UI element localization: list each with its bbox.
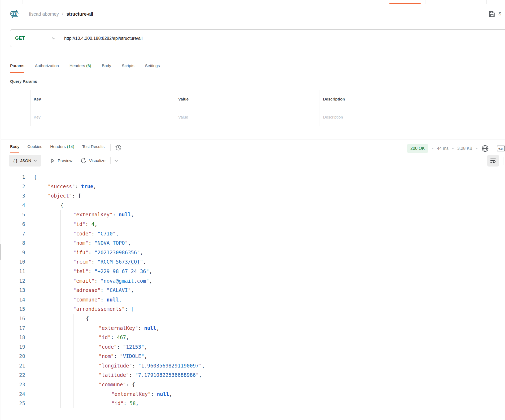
http-request-icon: HTTP <box>10 10 19 18</box>
tab-authorization[interactable]: Authorization <box>35 63 59 73</box>
line-number: 25 <box>1 399 25 408</box>
request-tabs: ParamsAuthorizationHeaders (6)BodyScript… <box>1 63 505 73</box>
query-params-header-row: Key Value Description <box>10 90 505 108</box>
response-tab-body[interactable]: Body <box>10 144 19 153</box>
line-number: 19 <box>1 342 25 352</box>
indent-guide <box>48 257 60 267</box>
code-line: 1{ <box>1 172 505 182</box>
network-globe-button[interactable] <box>481 145 489 152</box>
code-tokens: "ifu": "2021230986356", <box>73 248 143 257</box>
token-str: "+229 98 67 24 36" <box>94 268 149 274</box>
method-selector[interactable]: GET <box>10 30 60 47</box>
token-punc: : <box>85 221 92 227</box>
workspace-tab-strip[interactable] <box>1 0 505 4</box>
response-size[interactable]: 3.28 KB <box>457 146 472 151</box>
tab-headers[interactable]: Headers (6) <box>69 63 91 73</box>
response-tab-test-results[interactable]: Test Results <box>82 144 105 153</box>
param-description-input[interactable] <box>323 115 496 119</box>
line-number: 6 <box>1 220 25 229</box>
indent-guide <box>35 361 48 371</box>
token-punc: , <box>149 278 152 284</box>
indent-guide <box>73 333 86 342</box>
code-line: 16{ <box>1 314 505 323</box>
breadcrumb-collection[interactable]: fiscad abomey <box>29 11 59 17</box>
indent-guide <box>60 229 73 239</box>
status-badge[interactable]: 200 OK <box>407 144 428 153</box>
token-punc: , <box>136 400 139 406</box>
token-key: "adresse" <box>73 287 101 293</box>
response-history-button[interactable] <box>115 144 122 151</box>
wrap-text-button[interactable] <box>487 155 499 167</box>
indent-guide <box>99 390 111 399</box>
method-label: GET <box>15 36 25 41</box>
wrap-text-icon <box>490 158 496 164</box>
indent-guide <box>86 333 99 342</box>
indent-guide <box>60 361 73 371</box>
response-tab-headers[interactable]: Headers (14) <box>50 144 74 153</box>
key-column-header: Key <box>31 90 175 108</box>
code-tokens: "id": 467, <box>99 333 129 342</box>
indent-guide <box>48 323 60 333</box>
token-key: "externalKey" <box>99 325 138 331</box>
response-time[interactable]: 44 ms <box>437 146 449 151</box>
divider <box>503 157 503 165</box>
token-punc: : <box>124 400 130 406</box>
indent-guide <box>35 304 48 314</box>
token-key: "object" <box>48 193 72 199</box>
visualize-button[interactable]: Visualize <box>80 158 106 164</box>
line-number: 14 <box>1 295 25 305</box>
indent-guide <box>48 333 60 342</box>
indent-guide <box>35 191 48 201</box>
token-punc: , <box>131 212 134 217</box>
url-input[interactable] <box>60 30 505 47</box>
tab-params[interactable]: Params <box>10 63 24 73</box>
indent-guide <box>86 370 99 380</box>
token-key: "ifu" <box>73 250 88 255</box>
param-key-input[interactable] <box>34 115 168 119</box>
indent-guide <box>48 352 60 361</box>
tab-settings[interactable]: Settings <box>145 63 160 73</box>
indent-guide <box>35 210 48 220</box>
save-button[interactable]: S <box>488 11 501 18</box>
format-label: JSON <box>20 158 31 163</box>
example-button[interactable]: e.g. <box>497 146 505 151</box>
indent-guide <box>35 352 48 361</box>
code-tokens: { <box>60 201 63 210</box>
code-line: 2"success": true, <box>1 182 505 191</box>
code-tokens: "id": 58, <box>111 399 139 408</box>
line-number: 23 <box>1 380 25 390</box>
request-header: HTTP fiscad abomey / structure-all S <box>1 4 505 20</box>
response-tab-cookies[interactable]: Cookies <box>27 144 42 153</box>
tab-separator <box>486 0 487 4</box>
breadcrumb-request-name[interactable]: structure-all <box>67 11 93 17</box>
indent-guide <box>35 267 48 276</box>
format-select[interactable]: {} JSON <box>9 155 41 167</box>
token-key: "rccm" <box>73 259 92 265</box>
indent-guide <box>48 229 60 239</box>
indent-guide <box>73 314 86 323</box>
token-punc: : <box>113 212 119 217</box>
line-number: 7 <box>1 229 25 239</box>
sidebar-drag-handle[interactable] <box>0 244 1 260</box>
code-line: 15"arrondissements": [ <box>1 304 505 314</box>
preview-button[interactable]: Preview <box>50 158 72 164</box>
code-tokens: "externalKey": null, <box>99 323 159 333</box>
line-number: 15 <box>1 304 25 314</box>
tab-scripts[interactable]: Scripts <box>122 63 134 73</box>
token-str: "1.96035698291190097" <box>138 363 202 369</box>
magic-wand-icon <box>80 158 87 164</box>
param-value-input[interactable] <box>178 115 312 119</box>
code-line: 8"nom": "NOVA TOPO", <box>1 238 505 248</box>
svg-text:HTTP: HTTP <box>10 12 18 16</box>
indent-guide <box>35 229 48 239</box>
token-punc: , <box>116 231 119 237</box>
code-line: 11"tel": "+229 98 67 24 36", <box>1 267 505 276</box>
row-select-cell[interactable] <box>10 108 31 126</box>
chevron-down-icon <box>52 37 55 40</box>
indent-guide <box>60 210 73 220</box>
line-number: 5 <box>1 210 25 220</box>
response-body-json[interactable]: 1{2"success": true,3"object": [4{5"exter… <box>1 167 505 408</box>
code-tokens: "object": [ <box>48 191 81 201</box>
chevron-down-icon[interactable] <box>114 160 118 162</box>
tab-body[interactable]: Body <box>102 63 111 73</box>
